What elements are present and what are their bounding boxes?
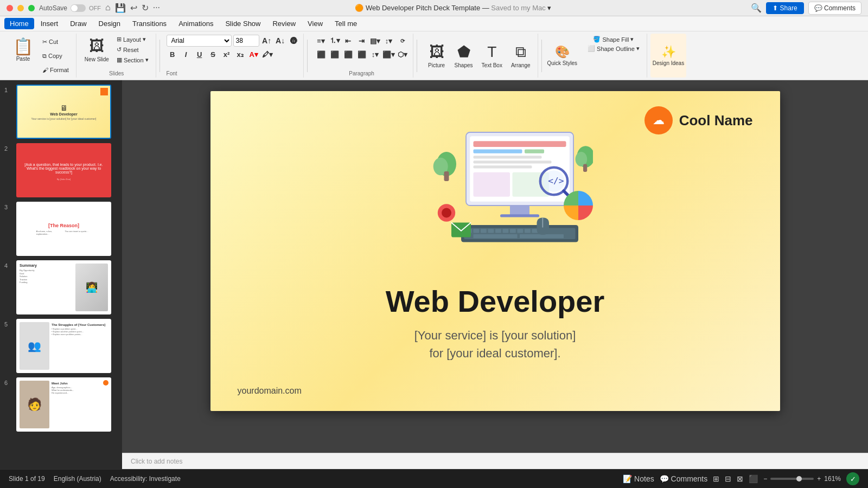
zoom-in-button[interactable]: + [817, 475, 821, 483]
slide-domain[interactable]: yourdomain.com [238, 386, 302, 396]
reading-view-button[interactable]: ⊠ [737, 474, 743, 483]
slide-canvas[interactable]: ☁ Cool Name [210, 91, 780, 411]
slide-image-5[interactable]: 👥 The Struggles of [Your Customers] • Ex… [16, 319, 111, 373]
underline-button[interactable]: U [194, 48, 206, 60]
section-button[interactable]: ▦ Section ▾ [114, 55, 151, 65]
zoom-slider[interactable] [770, 478, 814, 480]
menu-view[interactable]: View [302, 18, 328, 29]
slide-image-2[interactable]: [Ask a question, that leads to your prod… [16, 143, 111, 197]
maximize-button[interactable] [28, 5, 35, 11]
slide-thumbnail-2[interactable]: 2 [Ask a question, that leads to your pr… [4, 143, 118, 197]
arrange-button[interactable]: ⧉ Arrange [508, 41, 533, 70]
notes-button[interactable]: 📝 Notes [623, 474, 654, 483]
slide-thumbnail-1[interactable]: 1 🖥 Web Developer Your service is [your … [4, 85, 118, 139]
font-size-increase[interactable]: A↑ [261, 35, 273, 47]
slide-thumbnail-6[interactable]: 6 🧑 Meet John Age, demographics... What … [4, 377, 118, 432]
align-left-button[interactable]: ⬛ [315, 48, 327, 60]
zoom-out-button[interactable]: − [763, 475, 767, 483]
slide-image-4[interactable]: Summary Big OpportunityGoalSolutionTract… [16, 260, 111, 314]
cut-button[interactable]: ✂ Cut [40, 37, 72, 47]
convert-to-smartart-button[interactable]: ⬡▾ [397, 48, 409, 60]
paste-side: ✂ Cut ⧉ Copy 🖌 Format [40, 35, 72, 76]
bullet-list-button[interactable]: ≡▾ [315, 35, 327, 47]
language[interactable]: English (Austria) [54, 475, 101, 483]
menu-tellme[interactable]: Tell me [329, 18, 362, 29]
menu-design[interactable]: Design [93, 18, 126, 29]
align-center-button[interactable]: ⬛ [329, 48, 341, 60]
picture-button[interactable]: 🖼 Picture [425, 41, 449, 70]
menu-transitions[interactable]: Transitions [127, 18, 172, 29]
slide1-body: Your service is [your solution] for [you… [31, 117, 97, 120]
col-button[interactable]: ▤▾ [369, 35, 381, 47]
menu-insert[interactable]: Insert [35, 18, 64, 29]
slide-sorter-button[interactable]: ⊟ [725, 474, 731, 483]
line-spacing-button[interactable]: ↕▾ [383, 35, 395, 47]
convert-smartart-button[interactable]: ⟳ [397, 35, 409, 47]
clear-format[interactable]: 🅐 [288, 35, 300, 47]
more-icon[interactable]: ··· [153, 3, 160, 13]
titlebar-title: 🟠 Web Developer Pitch Deck Template — Sa… [164, 4, 742, 12]
highlight-button[interactable]: 🖍▾ [261, 48, 273, 60]
menu-review[interactable]: Review [267, 18, 301, 29]
close-button[interactable] [7, 5, 13, 11]
minimize-button[interactable] [17, 5, 24, 11]
presentation-view-button[interactable]: ⬛ [749, 474, 758, 483]
format-button[interactable]: 🖌 Format [40, 66, 72, 74]
design-ideas-icon: ✨ [661, 45, 676, 59]
comments-button[interactable]: 💬 Comments [808, 2, 861, 15]
indent-inc-button[interactable]: ⇥ [356, 35, 368, 47]
textbox-button[interactable]: T Text Box [479, 41, 505, 70]
fit-button[interactable]: ✓ [846, 472, 859, 485]
redo-icon[interactable]: ↻ [142, 3, 149, 13]
copy-button[interactable]: ⧉ Copy [40, 52, 72, 61]
align-right-button[interactable]: ⬛ [342, 48, 354, 60]
shapes-button[interactable]: ⬟ Shapes [452, 41, 476, 70]
shape-outline-button[interactable]: ⬜ Shape Outline ▾ [585, 44, 642, 53]
quick-styles-button[interactable]: 🎨 Quick Styles [545, 34, 580, 78]
italic-button[interactable]: I [180, 48, 192, 60]
reset-button[interactable]: ↺ Reset [114, 45, 151, 54]
menu-home[interactable]: Home [4, 18, 34, 29]
shape-fill-button[interactable]: 🪣 Shape Fill ▾ [590, 35, 636, 44]
slide-title[interactable]: Web Developer [386, 284, 605, 319]
menu-animations[interactable]: Animations [173, 18, 219, 29]
slide-thumbnail-5[interactable]: 5 👥 The Struggles of [Your Customers] • … [4, 319, 118, 373]
menu-draw[interactable]: Draw [65, 18, 92, 29]
align-justify-button[interactable]: ⬛ [356, 48, 368, 60]
bold-button[interactable]: B [167, 48, 178, 60]
font-name-select[interactable]: Arial [167, 35, 232, 47]
superscript-button[interactable]: x² [221, 48, 233, 60]
accessibility-info[interactable]: Accessibility: Investigate [110, 475, 181, 483]
svg-rect-9 [512, 172, 549, 197]
menu-slideshow[interactable]: Slide Show [220, 18, 266, 29]
font-size-input[interactable] [233, 35, 259, 47]
slide-image-6[interactable]: 🧑 Meet John Age, demographics... What he… [16, 377, 111, 432]
slide-thumbnail-4[interactable]: 4 Summary Big OpportunityGoalSolutionTra… [4, 260, 118, 314]
comments-status-button[interactable]: 💬 Comments [660, 474, 708, 483]
slide-thumbnail-3[interactable]: 3 [The Reason] A column, a box, explanat… [4, 202, 118, 256]
undo-icon[interactable]: ↩ [130, 3, 137, 13]
font-size-decrease[interactable]: A↓ [275, 35, 286, 47]
text-direction-button[interactable]: ↕▾ [369, 48, 381, 60]
indent-dec-button[interactable]: ⇤ [342, 35, 354, 47]
search-icon[interactable]: 🔍 [751, 3, 762, 13]
normal-view-button[interactable]: ⊞ [713, 474, 719, 483]
notes-bar[interactable]: Click to add notes [122, 453, 868, 469]
titlebar: AutoSave OFF ⌂ 💾 ↩ ↻ ··· 🟠 Web Developer… [0, 0, 868, 16]
slide-image-1[interactable]: 🖥 Web Developer Your service is [your so… [16, 85, 111, 139]
new-slide-button[interactable]: 🖼 New Slide [82, 35, 112, 64]
home-icon[interactable]: ⌂ [105, 3, 111, 13]
design-ideas-button[interactable]: ✨ Design Ideas [650, 34, 686, 78]
save-icon[interactable]: 💾 [115, 3, 126, 13]
strikethrough-button[interactable]: S [207, 48, 219, 60]
align-text-button[interactable]: ⬛▾ [383, 48, 395, 60]
font-color-button[interactable]: A▾ [248, 48, 260, 60]
numbered-list-button[interactable]: ⒈▾ [329, 35, 341, 47]
layout-button[interactable]: ⊞ Layout ▾ [114, 35, 151, 44]
autosave-toggle[interactable] [71, 4, 86, 12]
subscript-button[interactable]: x₂ [234, 48, 246, 60]
share-button[interactable]: ⬆ Share [766, 2, 804, 14]
slide-image-3[interactable]: [The Reason] A column, a box, explanatio… [16, 202, 111, 256]
textbox-icon: T [487, 43, 496, 61]
paste-button[interactable]: 📋 Paste [9, 35, 37, 76]
